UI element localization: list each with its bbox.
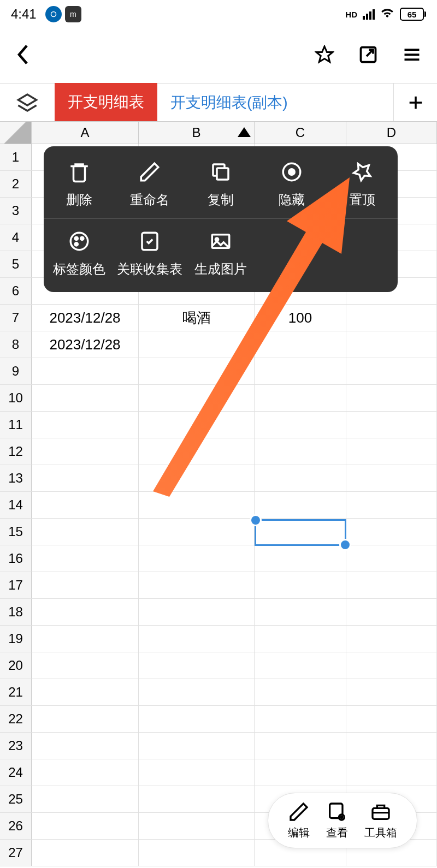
row-header[interactable]: 4 [0, 224, 32, 251]
cell[interactable] [32, 385, 139, 411]
cell[interactable] [139, 519, 255, 545]
row-header[interactable]: 12 [0, 438, 32, 465]
row-header[interactable]: 2 [0, 171, 32, 197]
row-header[interactable]: 21 [0, 679, 32, 705]
cell[interactable] [346, 305, 437, 331]
cell[interactable] [346, 331, 437, 358]
selection-handle-br[interactable] [339, 539, 351, 551]
cell[interactable] [255, 572, 346, 598]
row-header[interactable]: 8 [0, 331, 32, 358]
menu-copy[interactable]: 复制 [185, 160, 256, 209]
menu-link-form[interactable]: 关联收集表 [115, 230, 186, 278]
cell[interactable] [346, 706, 437, 732]
cell[interactable] [346, 652, 437, 679]
cell[interactable] [32, 679, 139, 705]
cell[interactable] [139, 545, 255, 572]
star-icon[interactable] [315, 45, 334, 67]
cell[interactable] [139, 385, 255, 411]
cell[interactable] [32, 813, 139, 839]
cell[interactable] [32, 519, 139, 545]
cell[interactable] [346, 465, 437, 491]
cell[interactable] [255, 545, 346, 572]
cell[interactable] [139, 786, 255, 812]
menu-pin[interactable]: 置顶 [327, 160, 398, 209]
row-header[interactable]: 26 [0, 813, 32, 839]
cell[interactable] [255, 706, 346, 732]
cell[interactable] [346, 679, 437, 705]
cell[interactable] [32, 492, 139, 518]
row-header[interactable]: 15 [0, 519, 32, 545]
cell[interactable] [255, 679, 346, 705]
cell[interactable] [139, 358, 255, 384]
row-header[interactable]: 19 [0, 626, 32, 652]
selection-handle-tl[interactable] [250, 514, 262, 526]
row-header[interactable]: 9 [0, 358, 32, 384]
select-all-corner[interactable] [0, 122, 32, 144]
tab-inactive[interactable]: 开支明细表(副本) [157, 83, 301, 121]
cell[interactable] [346, 519, 437, 545]
cell[interactable] [255, 412, 346, 438]
row-header[interactable]: 16 [0, 545, 32, 572]
cell[interactable] [346, 438, 437, 465]
cell[interactable] [32, 358, 139, 384]
row-header[interactable]: 10 [0, 385, 32, 411]
cell[interactable] [255, 733, 346, 759]
tab-active[interactable]: 开支明细表 [55, 83, 157, 121]
cell[interactable] [32, 786, 139, 812]
menu-hide[interactable]: 隐藏 [256, 160, 327, 209]
cell[interactable] [346, 599, 437, 625]
cell[interactable] [255, 331, 346, 358]
cell[interactable] [139, 813, 255, 839]
cell[interactable] [32, 840, 139, 866]
row-header[interactable]: 7 [0, 305, 32, 331]
row-header[interactable]: 1 [0, 144, 32, 170]
row-header[interactable]: 14 [0, 492, 32, 518]
cell[interactable] [255, 465, 346, 491]
cell[interactable] [139, 679, 255, 705]
cell[interactable]: 2023/12/28 [32, 305, 139, 331]
row-header[interactable]: 5 [0, 251, 32, 277]
col-header-a[interactable]: A [32, 122, 139, 144]
bottom-view[interactable]: 查看 [326, 801, 348, 840]
cell[interactable] [346, 572, 437, 598]
cell[interactable] [139, 572, 255, 598]
menu-icon[interactable] [402, 45, 422, 67]
cell[interactable] [139, 438, 255, 465]
cell[interactable] [255, 599, 346, 625]
cell[interactable] [255, 438, 346, 465]
back-button[interactable] [15, 43, 31, 68]
cell[interactable] [255, 652, 346, 679]
cell[interactable] [346, 492, 437, 518]
cell[interactable]: 100 [255, 305, 346, 331]
bottom-toolbox[interactable]: 工具箱 [364, 801, 397, 840]
row-header[interactable]: 6 [0, 278, 32, 304]
row-header[interactable]: 13 [0, 465, 32, 491]
cell[interactable] [346, 412, 437, 438]
cell[interactable] [32, 733, 139, 759]
row-header[interactable]: 23 [0, 733, 32, 759]
cell[interactable] [346, 759, 437, 786]
row-header[interactable]: 22 [0, 706, 32, 732]
menu-delete[interactable]: 删除 [44, 160, 115, 209]
cell[interactable] [346, 385, 437, 411]
cell[interactable] [346, 358, 437, 384]
cell[interactable] [255, 385, 346, 411]
layers-button[interactable] [0, 83, 55, 121]
cell[interactable] [32, 572, 139, 598]
menu-tag-color[interactable]: 标签颜色 [44, 230, 115, 278]
cell[interactable] [32, 706, 139, 732]
cell-selection[interactable] [255, 519, 346, 546]
cell[interactable] [346, 545, 437, 572]
cell[interactable]: 2023/12/28 [32, 331, 139, 358]
cell[interactable] [32, 599, 139, 625]
cell[interactable] [139, 626, 255, 652]
cell[interactable] [139, 840, 255, 866]
cell[interactable] [139, 733, 255, 759]
col-header-b[interactable]: B [139, 122, 255, 144]
row-header[interactable]: 20 [0, 652, 32, 679]
cell[interactable] [32, 438, 139, 465]
col-header-d[interactable]: D [346, 122, 437, 144]
menu-gen-image[interactable]: 生成图片 [185, 230, 256, 278]
cell[interactable] [255, 759, 346, 786]
cell[interactable] [32, 759, 139, 786]
